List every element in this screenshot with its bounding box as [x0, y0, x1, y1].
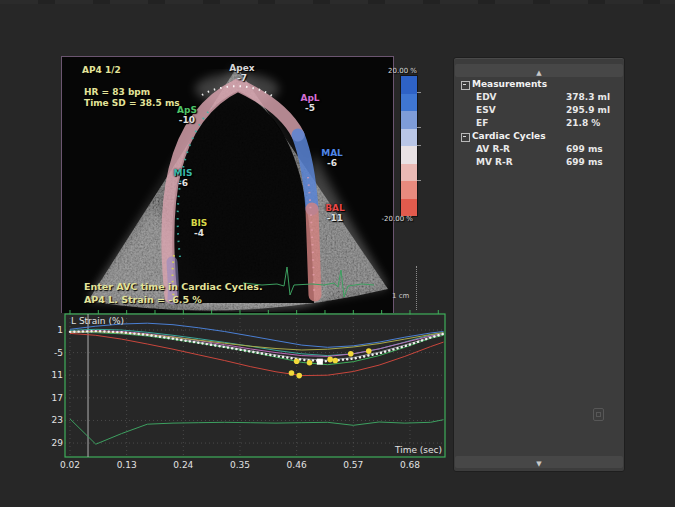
peak-marker — [296, 373, 302, 379]
segment-name: Apex — [220, 63, 264, 73]
panel-scroll-down[interactable]: ▼ — [455, 456, 623, 468]
segment-label-mis: MIS -6 — [166, 168, 200, 188]
colorbar-segment — [401, 111, 417, 129]
row-value: 378.3 ml — [566, 92, 610, 102]
heart-rate-readout: HR = 83 bpm — [84, 87, 150, 98]
panel-scroll-up[interactable]: ▲ — [455, 64, 623, 77]
y-tick-label: -29 — [51, 438, 63, 448]
segment-value: -6 — [314, 158, 350, 168]
x-axis-label: Time (sec) — [394, 445, 442, 455]
table-row: AV R-R 699 ms — [454, 144, 624, 157]
segment-value: -7 — [220, 73, 264, 83]
segment-name: ApL — [294, 93, 326, 103]
series-apex — [70, 332, 444, 360]
row-label: MV R-R — [476, 157, 513, 167]
global-strain-readout: AP4 L. Strain = -6.5 % — [84, 294, 202, 305]
segment-name: BAL — [316, 203, 354, 213]
x-tick-label: 0.46 — [287, 460, 307, 470]
application-window: AP4 1/2 HR = 83 bpm Time SD = 38.5 ms Ap… — [0, 0, 675, 507]
colorbar-segment — [401, 94, 417, 112]
segment-label-apl: ApL -5 — [294, 93, 326, 113]
x-tick-label: 0.13 — [117, 460, 137, 470]
row-label: EF — [476, 118, 488, 128]
peak-marker — [289, 370, 295, 376]
colorbar-max-label: 20.00 % — [377, 67, 417, 75]
view-label: AP4 1/2 — [82, 65, 121, 76]
colorbar-segment — [401, 129, 417, 147]
group-header-cardiac-cycles[interactable]: Cardiac Cycles — [454, 131, 624, 144]
top-edge-strip — [0, 0, 675, 4]
segment-value: -5 — [294, 103, 326, 113]
strain-chart: L Strain (%)Time (sec)0.020.130.240.350.… — [51, 308, 449, 474]
x-tick-label: 0.35 — [230, 460, 250, 470]
y-tick-label: -17 — [51, 393, 63, 403]
colorbar-segment — [401, 199, 417, 217]
segment-label-bis: BIS -4 — [182, 218, 216, 238]
colorbar-min-label: -20.00 % — [373, 215, 413, 223]
row-value: 21.8 % — [566, 118, 600, 128]
peak-marker — [348, 351, 354, 357]
segment-name: BIS — [182, 218, 216, 228]
segment-label-apex: Apex -7 — [220, 63, 264, 83]
segment-value: -11 — [316, 213, 354, 223]
row-label: ESV — [476, 105, 496, 115]
collapse-icon[interactable] — [461, 81, 470, 90]
segment-label-bal: BAL -11 — [316, 203, 354, 223]
y-tick-label: 1 — [57, 325, 63, 335]
time-sd-readout: Time SD = 38.5 ms — [84, 98, 180, 109]
current-marker — [317, 359, 323, 365]
segment-label-aps: ApS -10 — [170, 105, 204, 125]
depth-scale-label: 1 cm — [392, 292, 409, 300]
peak-marker — [294, 358, 300, 364]
x-tick-label: 0.02 — [60, 460, 80, 470]
chart-title: L Strain (%) — [71, 316, 124, 326]
colorbar-segment — [401, 164, 417, 182]
row-value: 699 ms — [566, 144, 603, 154]
row-label: AV R-R — [476, 144, 510, 154]
y-tick-label: -11 — [51, 370, 63, 380]
series-ecg — [70, 419, 444, 444]
group-title: Measurements — [472, 79, 547, 89]
table-row: MV R-R 699 ms — [454, 157, 624, 170]
colorbar-segment — [401, 76, 417, 94]
strain-colorbar — [400, 75, 418, 217]
peak-marker — [332, 358, 338, 364]
group-title: Cardiac Cycles — [472, 131, 546, 141]
peak-marker — [327, 357, 333, 363]
series-bal — [70, 333, 444, 375]
depth-ruler — [416, 266, 417, 310]
y-tick-label: -5 — [54, 348, 63, 358]
colorbar-segment — [401, 146, 417, 164]
row-value: 295.9 ml — [566, 105, 610, 115]
x-tick-label: 0.68 — [400, 460, 420, 470]
x-tick-label: 0.24 — [173, 460, 193, 470]
segment-label-mal: MAL -6 — [314, 148, 350, 168]
series-mal — [70, 323, 444, 347]
status-message-line1: Enter AVC time in Cardiac Cycles. — [84, 281, 263, 292]
table-row: EDV 378.3 ml — [454, 92, 624, 105]
peak-marker — [307, 360, 313, 366]
segment-name: MAL — [314, 148, 350, 158]
colorbar-tick — [417, 127, 421, 128]
x-tick-label: 0.57 — [343, 460, 363, 470]
y-tick-label: -23 — [51, 415, 63, 425]
group-header-measurements[interactable]: Measurements — [454, 79, 624, 92]
colorbar-tick — [417, 92, 421, 93]
strain-chart-plot: L Strain (%)Time (sec)0.020.130.240.350.… — [51, 308, 449, 474]
table-row: ESV 295.9 ml — [454, 105, 624, 118]
peak-marker — [366, 348, 372, 354]
colorbar-segment — [401, 181, 417, 199]
small-square-icon — [593, 408, 604, 421]
segment-name: ApS — [170, 105, 204, 115]
row-label: EDV — [476, 92, 497, 102]
chevron-down-icon: ▼ — [536, 459, 541, 469]
table-row: EF 21.8 % — [454, 118, 624, 131]
collapse-icon[interactable] — [461, 133, 470, 142]
colorbar-tick — [417, 145, 421, 146]
measurements-panel: ▲ Measurements EDV 378.3 ml ESV 295.9 ml… — [453, 57, 625, 472]
colorbar-tick — [417, 180, 421, 181]
segment-name: MIS — [166, 168, 200, 178]
chevron-up-icon: ▲ — [536, 68, 541, 79]
echo-image-viewport: AP4 1/2 HR = 83 bpm Time SD = 38.5 ms Ap… — [61, 56, 394, 313]
segment-value: -4 — [182, 228, 216, 238]
